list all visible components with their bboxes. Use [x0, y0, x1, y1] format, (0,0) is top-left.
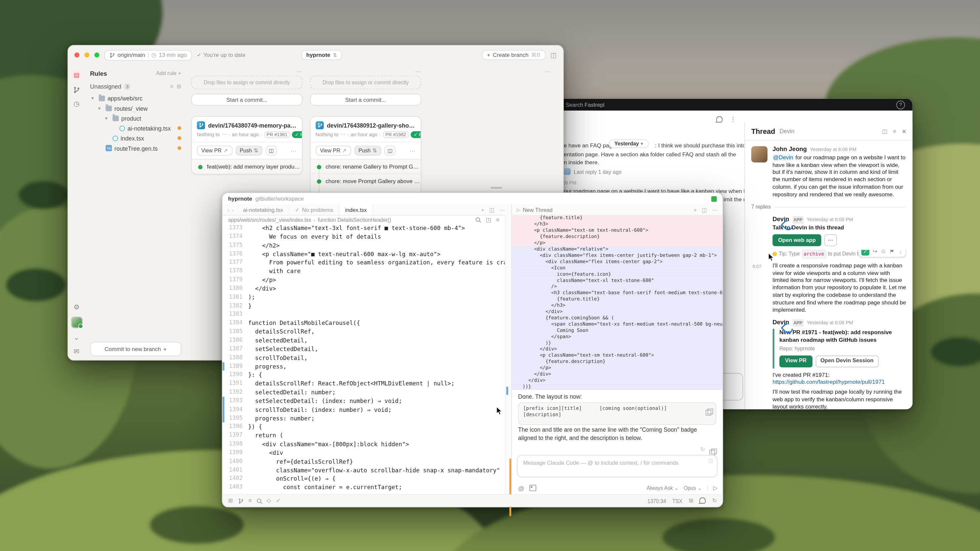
code-line[interactable]: 1396 }) {: [223, 423, 505, 431]
code-line[interactable]: 1403 const container = e.currentTarget;: [223, 483, 505, 492]
notifications-icon[interactable]: [700, 497, 706, 504]
outline-list-icon[interactable]: ≡: [248, 498, 251, 504]
open-devin-session-button[interactable]: Open Devin Session: [815, 355, 878, 367]
start-commit-button[interactable]: Start a commit...: [310, 94, 421, 106]
pr-number-badge[interactable]: PR #1981: [264, 131, 290, 138]
assistant-input-field[interactable]: [517, 456, 712, 470]
code-line[interactable]: 1398 <div className="max-[800px]:block h…: [223, 440, 505, 449]
expand-icon[interactable]: ◳: [486, 217, 491, 223]
drop-zone[interactable]: Drop files to assign or commit directly: [191, 76, 302, 90]
code-line[interactable]: 1373 <h2 className="text-3xl font-serif …: [223, 224, 505, 232]
close-traffic-light[interactable]: [75, 52, 80, 57]
slack-search-input[interactable]: Search Fastrepl: [566, 102, 605, 108]
code-line[interactable]: 1377 From powerful editing to seamless o…: [223, 258, 505, 267]
copy-icon[interactable]: [706, 407, 711, 418]
push-button[interactable]: Push⇅: [235, 145, 262, 156]
tree-item[interactable]: index.tsx: [90, 133, 181, 143]
slack-search-bar[interactable]: Search Fastrepl ?: [550, 99, 912, 111]
message-time[interactable]: Yesterday at 6:06 PM: [807, 320, 853, 327]
code-line[interactable]: 1376 <p className="■ text-neutral-600 ma…: [223, 249, 505, 258]
lanes-hscrollbar[interactable]: [491, 187, 502, 189]
retry-icon[interactable]: ↻: [700, 446, 705, 453]
bookmark-icon[interactable]: ⚑: [889, 250, 894, 255]
code-line[interactable]: 1386 selectedDetail,: [223, 336, 505, 345]
settings-gear-icon[interactable]: ⚙: [73, 304, 80, 311]
code-line[interactable]: 1384 function DetailsMobileCarousel({: [223, 319, 505, 327]
assistant-tab[interactable]: ▷ New Thread: [517, 206, 552, 213]
code-line[interactable]: 1375 </h2>: [223, 241, 505, 249]
message-more-button[interactable]: ⋯: [825, 234, 837, 246]
message-time[interactable]: Yesterday at 6:06 PM: [810, 146, 856, 153]
code-line[interactable]: 1387 setSelectedDetail,: [223, 345, 505, 353]
tree-item[interactable]: apps/web/src: [90, 93, 181, 103]
ci-passed-badge[interactable]: ✓Passed: [410, 131, 421, 138]
help-icon[interactable]: ?: [896, 100, 905, 109]
tree-item[interactable]: routes/_view: [90, 103, 181, 113]
ci-passed-badge[interactable]: ✓Passed: [292, 131, 302, 138]
tab-ai-notetaking[interactable]: ai-notetaking.tsx: [237, 204, 289, 215]
lane-menu-icon[interactable]: ⋯: [296, 68, 302, 76]
minimize-traffic-light[interactable]: [84, 52, 89, 57]
lane-menu-icon[interactable]: ⋯: [415, 68, 421, 76]
breadcrumb[interactable]: apps/web/src/routes/_view/index.tsx › fu…: [223, 216, 505, 224]
editor-more-icon[interactable]: ⋯: [500, 206, 505, 213]
commit-row[interactable]: chore: rename Gallery to Prompt Gallery …: [310, 159, 420, 173]
channel-more-icon[interactable]: ⋮: [730, 116, 736, 122]
project-selector[interactable]: hyprnote ⇅: [301, 50, 342, 60]
attach-image-icon[interactable]: [529, 482, 536, 494]
code-line[interactable]: 1385 detailsScrollRef,: [223, 327, 505, 336]
collapse-chevron-icon[interactable]: ⌄: [74, 334, 80, 341]
nav-back-icon[interactable]: ‹: [223, 206, 232, 213]
sync-icon[interactable]: ↻: [712, 498, 717, 504]
open-web-app-button[interactable]: Open web app: [772, 234, 821, 246]
code-line[interactable]: 1389 progress,: [223, 362, 505, 370]
drop-zone[interactable]: Drop files to assign or commit directly: [310, 76, 421, 90]
avatar[interactable]: [751, 146, 767, 162]
code-line[interactable]: 1399 <div: [223, 449, 505, 457]
start-commit-button[interactable]: Start a commit...: [191, 94, 302, 106]
code-line[interactable]: 1392 selectedDetail: number;: [223, 388, 505, 397]
view-pr-button[interactable]: View PR↗: [197, 145, 232, 156]
mention[interactable]: @Devin: [772, 154, 794, 160]
code-line[interactable]: 1394 scrollToDetail: (index: number) ⇒ v…: [223, 405, 505, 414]
layout-view-icon[interactable]: ⊞: [177, 83, 181, 89]
thread-popout-icon[interactable]: ◫: [882, 128, 888, 134]
permission-mode-select[interactable]: Always Ask ⌄: [647, 485, 679, 491]
panel-toggle-icon[interactable]: ◫: [550, 52, 557, 59]
user-name[interactable]: John Jeong: [772, 145, 807, 153]
pr-link[interactable]: https://github.com/fastrepl/hyprnote/pul…: [772, 379, 906, 386]
message-time[interactable]: Yesterday at 6:06 PM: [807, 216, 853, 224]
branch-name[interactable]: devin/1764380912-gallery-shortcuts: [327, 122, 415, 129]
code-line[interactable]: 1395 progress: number;: [223, 414, 505, 422]
code-line[interactable]: 1378 with care: [223, 267, 505, 276]
search-status-icon[interactable]: [257, 499, 262, 503]
commit-row[interactable]: chore: move Prompt Gallery above Workflo…: [310, 174, 420, 188]
problems-indicator[interactable]: ✓No problems: [289, 204, 340, 215]
code-line[interactable]: 1393 setSelectedDetail: (index: number) …: [223, 397, 505, 405]
check-reaction-icon[interactable]: ✓: [861, 250, 870, 256]
code-line[interactable]: 1380 </div>: [223, 284, 505, 293]
cursor-position[interactable]: 1370:34: [648, 498, 666, 504]
branch-name[interactable]: devin/1764380749-memory-page: [208, 122, 297, 129]
assistant-input[interactable]: ◳: [517, 455, 718, 477]
panel-icon[interactable]: ⊞: [689, 498, 693, 504]
commit-to-new-branch-button[interactable]: Commit to new branch+: [90, 342, 181, 356]
create-branch-button[interactable]: + Create branch ⌘B: [482, 50, 546, 60]
code-line[interactable]: 1401 className="overflow-x-auto scrollba…: [223, 466, 505, 474]
feedback-mail-icon[interactable]: ✉: [74, 348, 80, 355]
code-line[interactable]: 1400 ref={detailsScrollRef}: [223, 457, 505, 466]
new-tab-icon[interactable]: +: [481, 206, 484, 213]
tree-item[interactable]: product: [90, 113, 181, 123]
add-rule-button[interactable]: Add rule +: [156, 70, 181, 76]
code-line[interactable]: 1383: [223, 310, 505, 319]
code-line[interactable]: 1390 }: {: [223, 371, 505, 380]
forward-icon[interactable]: ↪: [873, 250, 877, 255]
card-menu-icon[interactable]: ⋯: [291, 147, 297, 154]
branch-actions-icon[interactable]: ◫: [385, 145, 396, 156]
commit-row[interactable]: feat(web): add memory layer product page: [192, 159, 302, 173]
zoom-traffic-light[interactable]: [94, 52, 99, 57]
tree-item[interactable]: routeTree.gen.ts: [90, 143, 181, 153]
date-divider-pill[interactable]: Yesterday▾: [609, 140, 648, 148]
code-line[interactable]: 1374 We focus on every bit of details: [223, 232, 505, 241]
thread-settings-icon[interactable]: ≡: [893, 128, 896, 134]
